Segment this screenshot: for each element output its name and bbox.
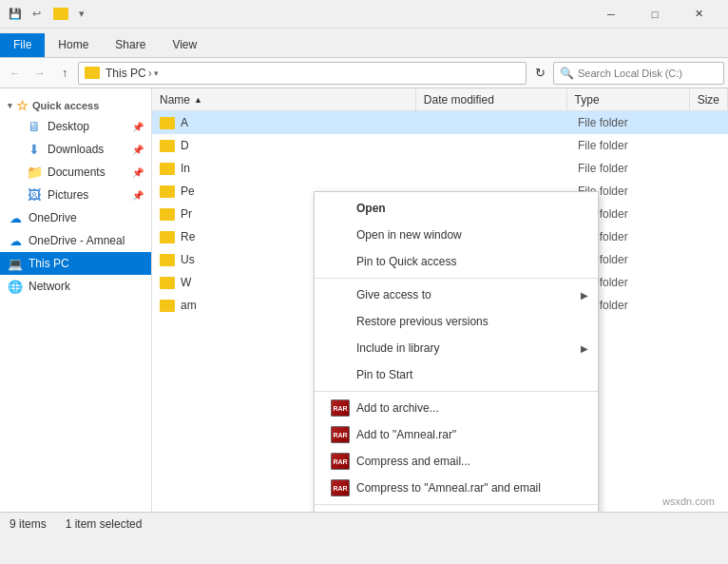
menu-item-restore-previous[interactable]: Restore previous versions <box>315 308 598 335</box>
menu-item-give-access[interactable]: Give access to ▶ <box>315 282 598 308</box>
refresh-button[interactable]: ↻ <box>528 62 551 85</box>
file-cell-size <box>694 294 728 317</box>
sort-arrow-name: ▲ <box>194 95 202 105</box>
maximize-button[interactable]: □ <box>633 0 677 29</box>
col-header-size[interactable]: Size <box>690 88 728 110</box>
pictures-label: Pictures <box>48 188 88 202</box>
table-row[interactable]: A File folder <box>152 111 728 134</box>
menu-item-add-archive[interactable]: RAR Add to archive... <box>315 395 598 421</box>
main-layout: ▾ ☆ Quick access 🖥 Desktop 📌 ⬇ Downloads… <box>0 88 728 512</box>
menu-item-pin-start[interactable]: Pin to Start <box>315 361 598 388</box>
submenu-arrow: ▶ <box>581 343 588 354</box>
file-cell-type: File folder <box>570 134 694 157</box>
dropdown-icon[interactable]: ▾ <box>74 7 89 22</box>
network-label: Network <box>29 280 70 293</box>
context-menu: Open Open in new window Pin to Quick acc… <box>314 191 599 512</box>
pin-start-icon <box>330 366 351 383</box>
status-bar: 9 items 1 item selected <box>0 512 728 535</box>
sidebar-item-downloads[interactable]: ⬇ Downloads 📌 <box>0 138 151 161</box>
pin-icon-downloads: 📌 <box>132 145 144 155</box>
onedrive-label: OneDrive <box>29 211 77 224</box>
table-row[interactable]: D File folder <box>152 134 728 157</box>
address-bar: ← → ↑ This PC › ▾ ↻ 🔍 <box>0 58 728 88</box>
menu-item-compress-amneal-email[interactable]: RAR Compress to "Amneal.rar" and email <box>315 475 598 501</box>
documents-label: Documents <box>48 165 105 179</box>
open-new-window-icon <box>330 226 351 243</box>
title-bar-icons: 💾 ↩ ▾ <box>8 7 89 22</box>
file-cell-size <box>694 225 728 248</box>
forward-button[interactable]: → <box>29 62 51 85</box>
submenu-arrow: ▶ <box>581 290 588 301</box>
table-row[interactable]: In File folder <box>152 157 728 180</box>
title-bar: 💾 ↩ ▾ ─ □ ✕ <box>0 0 728 29</box>
file-cell-size <box>694 248 728 271</box>
tab-home[interactable]: Home <box>45 32 102 57</box>
file-list-header: Name ▲ Date modified Type Size <box>152 88 728 111</box>
menu-item-add-amneal[interactable]: RAR Add to "Amneal.rar" <box>315 421 598 448</box>
rar-icon-compress-amneal: RAR <box>330 479 351 496</box>
desktop-label: Desktop <box>48 120 89 133</box>
sidebar-item-onedrive-amneal[interactable]: ☁ OneDrive - Amneal <box>0 229 151 252</box>
sidebar-item-desktop[interactable]: 🖥 Desktop 📌 <box>0 115 151 138</box>
desktop-icon: 🖥 <box>27 119 42 134</box>
rar-icon-add: RAR <box>330 399 351 417</box>
sidebar-item-pictures[interactable]: 🖼 Pictures 📌 <box>0 184 151 206</box>
back-button[interactable]: ← <box>4 62 27 85</box>
path-dropdown: ▾ <box>154 68 159 78</box>
file-list[interactable]: Name ▲ Date modified Type Size A File fo… <box>152 88 728 512</box>
sidebar-item-thispc[interactable]: 💻 This PC <box>0 252 151 275</box>
network-icon: 🌐 <box>8 279 23 294</box>
folder-icon <box>160 300 175 312</box>
quick-access-label: Quick access <box>32 100 99 111</box>
onedrive-amneal-label: OneDrive - Amneal <box>29 234 125 247</box>
up-button[interactable]: ↑ <box>53 62 76 85</box>
search-input[interactable] <box>578 68 718 79</box>
menu-separator-1 <box>315 278 598 279</box>
sidebar-item-documents[interactable]: 📁 Documents 📌 <box>0 161 151 184</box>
col-header-name[interactable]: Name ▲ <box>152 88 416 110</box>
close-button[interactable]: ✕ <box>677 0 720 29</box>
tab-share[interactable]: Share <box>102 32 159 57</box>
menu-item-open-new-window[interactable]: Open in new window <box>315 222 598 248</box>
menu-item-compress-email[interactable]: RAR Compress and email... <box>315 448 598 475</box>
col-header-type[interactable]: Type <box>567 88 690 110</box>
undo-icon: ↩ <box>29 7 44 22</box>
thispc-icon: 💻 <box>8 256 23 271</box>
restore-icon <box>330 313 351 330</box>
col-header-date[interactable]: Date modified <box>416 88 567 110</box>
pin-icon-pictures: 📌 <box>132 190 144 201</box>
tab-file[interactable]: File <box>0 33 45 57</box>
save-icon: 💾 <box>8 7 23 22</box>
menu-item-include-library[interactable]: Include in library ▶ <box>315 335 598 361</box>
file-cell-size <box>694 111 728 134</box>
folder-icon <box>160 254 175 266</box>
sidebar-item-network[interactable]: 🌐 Network <box>0 275 151 298</box>
menu-item-send-to[interactable]: Send to ▶ <box>315 508 598 512</box>
file-cell-size <box>694 203 728 225</box>
expand-arrow: ▾ <box>8 101 12 110</box>
give-access-icon <box>330 286 351 303</box>
menu-separator-2 <box>315 391 598 392</box>
downloads-icon: ⬇ <box>27 142 42 157</box>
downloads-label: Downloads <box>48 143 104 156</box>
minimize-button[interactable]: ─ <box>589 0 633 29</box>
folder-icon <box>160 140 175 152</box>
menu-item-pin-quick-access[interactable]: Pin to Quick access <box>315 248 598 275</box>
folder-icon <box>160 163 175 175</box>
address-path[interactable]: This PC › ▾ <box>78 62 527 85</box>
path-sep: › <box>148 67 152 80</box>
file-cell-date <box>418 157 570 180</box>
file-cell-date <box>418 134 570 157</box>
ribbon: File Home Share View <box>0 29 728 58</box>
pin-icon-documents: 📌 <box>132 167 144 178</box>
menu-item-open[interactable]: Open <box>315 195 598 222</box>
folder-icon <box>160 277 175 289</box>
tab-view[interactable]: View <box>159 32 210 57</box>
item-count: 9 items <box>10 517 47 531</box>
file-cell-size <box>694 271 728 294</box>
sidebar-item-onedrive[interactable]: ☁ OneDrive <box>0 206 151 229</box>
folder-icon <box>160 185 175 198</box>
sidebar: ▾ ☆ Quick access 🖥 Desktop 📌 ⬇ Downloads… <box>0 88 152 512</box>
search-box[interactable]: 🔍 <box>553 62 724 85</box>
file-cell-type: File folder <box>570 111 694 134</box>
